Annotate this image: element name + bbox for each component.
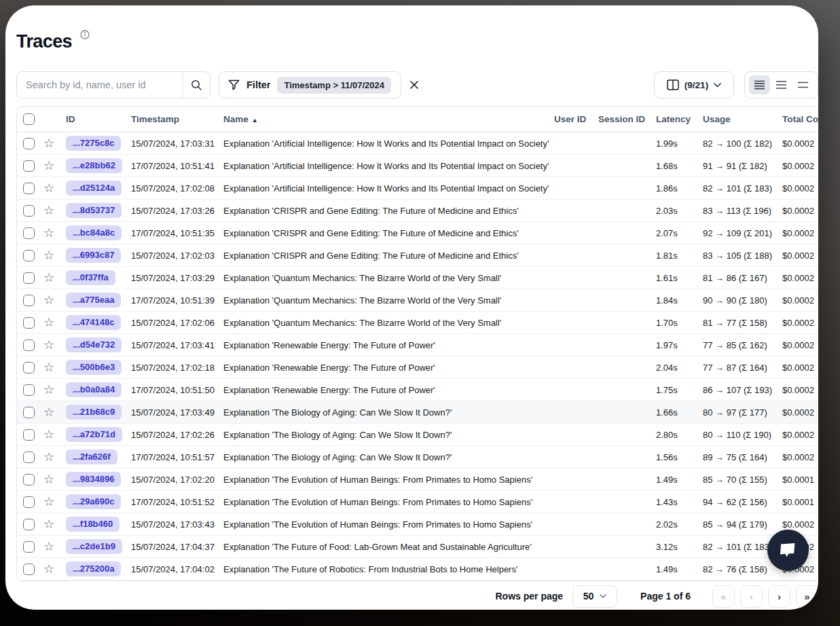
table-row[interactable]: ☆ ...f18b460 15/07/2024, 17:03:43 Explan… xyxy=(17,513,818,536)
trace-id-badge[interactable]: ...e28bb62 xyxy=(66,158,122,173)
last-page-button[interactable]: » xyxy=(796,585,818,608)
table-row[interactable]: ☆ ...21b68c9 15/07/2024, 17:03:49 Explan… xyxy=(17,401,818,424)
bookmark-star-icon[interactable]: ☆ xyxy=(43,540,54,553)
row-checkbox[interactable] xyxy=(23,564,35,575)
table-row[interactable]: ☆ ...a72b71d 15/07/2024, 17:02:26 Explan… xyxy=(17,424,818,446)
previous-page-button[interactable]: ‹ xyxy=(740,585,763,608)
chat-widget-button[interactable] xyxy=(767,530,809,571)
trace-id-badge[interactable]: ...a72b71d xyxy=(66,427,122,442)
trace-id-badge[interactable]: ...d54e732 xyxy=(66,337,122,352)
trace-id-badge[interactable]: ...d25124a xyxy=(66,181,122,196)
search-button[interactable] xyxy=(183,72,210,98)
trace-id-badge[interactable]: ...8d53737 xyxy=(66,203,122,218)
table-row[interactable]: ☆ ...9834896 15/07/2024, 17:02:20 Explan… xyxy=(17,468,818,491)
trace-id-badge[interactable]: ...6993c87 xyxy=(66,248,121,263)
table-row[interactable]: ☆ ...a775eaa 17/07/2024, 10:51:39 Explan… xyxy=(17,289,818,312)
bookmark-star-icon[interactable]: ☆ xyxy=(43,518,54,530)
trace-id-badge[interactable]: ...b0a0a84 xyxy=(66,382,122,397)
trace-id-badge[interactable]: ...9834896 xyxy=(66,472,121,487)
bookmark-star-icon[interactable]: ☆ xyxy=(43,227,54,239)
row-checkbox[interactable] xyxy=(23,205,35,217)
bookmark-star-icon[interactable]: ☆ xyxy=(43,384,54,396)
row-checkbox[interactable] xyxy=(23,541,35,553)
trace-id-badge[interactable]: ...0f37ffa xyxy=(66,270,115,285)
bookmark-star-icon[interactable]: ☆ xyxy=(43,316,54,329)
row-checkbox[interactable] xyxy=(23,272,35,284)
filter-badge[interactable]: Timestamp > 11/07/2024 xyxy=(277,77,391,94)
row-checkbox[interactable] xyxy=(23,362,35,373)
select-all-checkbox[interactable] xyxy=(23,113,35,125)
bookmark-star-icon[interactable]: ☆ xyxy=(43,473,54,485)
bookmark-star-icon[interactable]: ☆ xyxy=(43,137,54,149)
header-latency[interactable]: Latency xyxy=(656,114,703,124)
row-checkbox[interactable] xyxy=(23,384,35,396)
row-checkbox[interactable] xyxy=(23,496,35,508)
bookmark-star-icon[interactable]: ☆ xyxy=(43,339,54,351)
header-usage[interactable]: Usage xyxy=(703,114,782,124)
row-height-medium-button[interactable] xyxy=(771,75,792,94)
bookmark-star-icon[interactable]: ☆ xyxy=(43,428,54,441)
header-timestamp[interactable]: Timestamp xyxy=(131,114,223,124)
table-row[interactable]: ☆ ...0f37ffa 15/07/2024, 17:03:29 Explan… xyxy=(17,267,818,289)
row-checkbox[interactable] xyxy=(23,250,35,261)
header-session-id[interactable]: Session ID xyxy=(598,114,656,124)
bookmark-star-icon[interactable]: ☆ xyxy=(43,406,54,418)
clear-filter-button[interactable] xyxy=(405,75,424,94)
bookmark-star-icon[interactable]: ☆ xyxy=(43,249,54,261)
table-row[interactable]: ☆ ...6993c87 15/07/2024, 17:02:03 Explan… xyxy=(17,244,818,267)
row-checkbox[interactable] xyxy=(23,429,35,441)
trace-id-badge[interactable]: ...2fa626f xyxy=(66,449,117,464)
table-row[interactable]: ☆ ...e28bb62 17/07/2024, 10:51:41 Explan… xyxy=(17,155,818,177)
row-checkbox[interactable] xyxy=(23,317,35,329)
row-height-small-button[interactable] xyxy=(749,75,770,94)
search-input[interactable] xyxy=(17,72,183,98)
trace-id-badge[interactable]: ...bc84a8c xyxy=(66,225,122,240)
table-row[interactable]: ☆ ...c2de1b9 15/07/2024, 17:04:37 Explan… xyxy=(17,536,818,558)
table-row[interactable]: ☆ ...d25124a 15/07/2024, 17:02:08 Explan… xyxy=(17,177,818,200)
table-row[interactable]: ☆ ...d54e732 15/07/2024, 17:03:41 Explan… xyxy=(17,334,818,356)
bookmark-star-icon[interactable]: ☆ xyxy=(43,294,54,306)
row-height-large-button[interactable] xyxy=(792,75,814,94)
trace-id-badge[interactable]: ...275200a xyxy=(66,561,121,576)
bookmark-star-icon[interactable]: ☆ xyxy=(43,272,54,284)
table-row[interactable]: ☆ ...275200a 15/07/2024, 17:04:02 Explan… xyxy=(17,558,818,581)
rows-per-page-select[interactable]: 50 xyxy=(572,585,617,608)
table-row[interactable]: ☆ ...8d53737 15/07/2024, 17:03:26 Explan… xyxy=(17,200,818,222)
filter-button[interactable]: Filter Timestamp > 11/07/2024 xyxy=(219,71,401,98)
row-checkbox[interactable] xyxy=(23,183,35,194)
next-page-button[interactable]: › xyxy=(768,585,790,608)
table-row[interactable]: ☆ ...500b6e3 15/07/2024, 17:02:18 Explan… xyxy=(17,356,818,379)
table-row[interactable]: ☆ ...bc84a8c 17/07/2024, 10:51:35 Explan… xyxy=(17,222,818,244)
trace-id-badge[interactable]: ...474148c xyxy=(66,315,121,330)
bookmark-star-icon[interactable]: ☆ xyxy=(43,563,54,575)
bookmark-star-icon[interactable]: ☆ xyxy=(43,160,54,172)
table-row[interactable]: ☆ ...2fa626f 17/07/2024, 10:51:57 Explan… xyxy=(17,446,818,468)
trace-id-badge[interactable]: ...500b6e3 xyxy=(66,360,122,375)
row-checkbox[interactable] xyxy=(23,452,35,463)
header-user-id[interactable]: User ID xyxy=(554,114,598,124)
header-name[interactable]: Name▲ xyxy=(223,114,554,124)
trace-id-badge[interactable]: ...a775eaa xyxy=(66,293,121,308)
bookmark-star-icon[interactable]: ☆ xyxy=(43,451,54,463)
row-checkbox[interactable] xyxy=(23,160,35,172)
trace-id-badge[interactable]: ...7275c8c xyxy=(66,136,121,151)
header-total-cost[interactable]: Total Cost xyxy=(782,114,818,124)
bookmark-star-icon[interactable]: ☆ xyxy=(43,182,54,194)
bookmark-star-icon[interactable]: ☆ xyxy=(43,204,54,217)
trace-id-badge[interactable]: ...21b68c9 xyxy=(66,405,122,420)
row-checkbox[interactable] xyxy=(23,519,35,530)
row-checkbox[interactable] xyxy=(23,295,35,306)
header-id[interactable]: ID xyxy=(60,114,131,124)
info-icon[interactable] xyxy=(80,30,90,39)
trace-id-badge[interactable]: ...f18b460 xyxy=(66,517,120,532)
table-row[interactable]: ☆ ...b0a0a84 17/07/2024, 10:51:50 Explan… xyxy=(17,379,818,401)
row-checkbox[interactable] xyxy=(23,138,35,149)
row-checkbox[interactable] xyxy=(23,227,35,239)
row-checkbox[interactable] xyxy=(23,407,35,418)
bookmark-star-icon[interactable]: ☆ xyxy=(43,361,54,373)
trace-id-badge[interactable]: ...29a690c xyxy=(66,494,121,509)
table-row[interactable]: ☆ ...474148c 15/07/2024, 17:02:06 Explan… xyxy=(17,312,818,334)
column-visibility-button[interactable]: (9/21) xyxy=(654,71,734,98)
table-row[interactable]: ☆ ...7275c8c 15/07/2024, 17:03:31 Explan… xyxy=(17,132,818,155)
trace-id-badge[interactable]: ...c2de1b9 xyxy=(66,539,122,554)
